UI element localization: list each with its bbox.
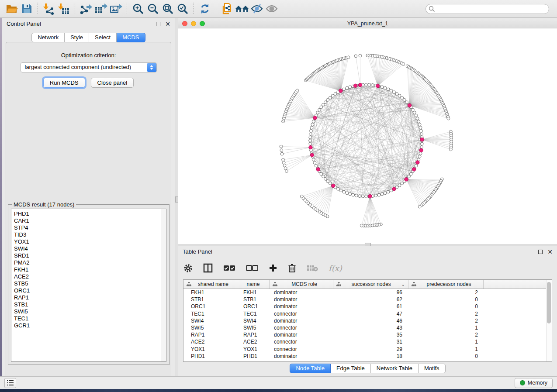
- mcds-hub-node[interactable]: [408, 103, 411, 107]
- network-node[interactable]: [339, 189, 343, 192]
- table-row[interactable]: SWI5SWI5connector431: [183, 324, 552, 331]
- zoom-selected-icon[interactable]: [175, 1, 190, 16]
- mcds-hub-node[interactable]: [412, 168, 416, 171]
- close-panel-icon[interactable]: ✕: [547, 250, 553, 254]
- network-node[interactable]: [384, 86, 387, 89]
- criterion-dropdown[interactable]: largest connected component (undirected): [21, 62, 157, 72]
- zoom-in-icon[interactable]: [131, 1, 145, 16]
- result-node[interactable]: ACE2: [14, 273, 166, 280]
- network-node[interactable]: [384, 192, 387, 195]
- network-node[interactable]: [409, 172, 412, 175]
- network-node[interactable]: [390, 89, 393, 92]
- zoom-out-icon[interactable]: [145, 1, 160, 16]
- mcds-hub-node[interactable]: [332, 184, 335, 187]
- network-node[interactable]: [322, 103, 325, 106]
- network-node[interactable]: [334, 93, 337, 96]
- network-node[interactable]: [387, 88, 390, 91]
- tab-motifs[interactable]: Motifs: [419, 364, 446, 373]
- result-node[interactable]: SRD1: [14, 252, 166, 259]
- tab-network[interactable]: Network: [31, 33, 65, 42]
- network-node[interactable]: [401, 182, 404, 185]
- network-node[interactable]: [354, 55, 357, 58]
- network-node[interactable]: [296, 89, 299, 92]
- result-node[interactable]: FKH1: [14, 266, 166, 273]
- table-row[interactable]: TEC1TEC1connector472: [183, 310, 552, 317]
- network-node[interactable]: [419, 126, 422, 129]
- table-row[interactable]: STB1STB1dominator620: [183, 296, 552, 303]
- zoom-fit-icon[interactable]: [160, 1, 175, 16]
- network-node[interactable]: [310, 126, 313, 129]
- show-all-icon[interactable]: [264, 1, 279, 16]
- network-node[interactable]: [416, 117, 419, 120]
- network-node[interactable]: [309, 136, 312, 139]
- float-panel-icon[interactable]: [538, 250, 543, 254]
- tab-network-table[interactable]: Network Table: [371, 364, 419, 373]
- network-node[interactable]: [415, 164, 418, 167]
- table-row[interactable]: RAP1RAP1dominator352: [183, 331, 552, 338]
- network-node[interactable]: [447, 117, 450, 120]
- result-node[interactable]: TID3: [14, 231, 166, 238]
- network-node[interactable]: [393, 91, 396, 94]
- network-node[interactable]: [365, 83, 368, 86]
- mcds-hub-node[interactable]: [420, 138, 424, 141]
- network-node[interactable]: [420, 133, 423, 136]
- hide-selected-icon[interactable]: [249, 1, 264, 16]
- network-node[interactable]: [346, 192, 349, 195]
- result-node[interactable]: PHD1: [14, 210, 166, 217]
- network-node[interactable]: [300, 195, 303, 198]
- network-node[interactable]: [418, 205, 421, 208]
- network-node[interactable]: [450, 148, 453, 151]
- network-node[interactable]: [387, 190, 390, 193]
- column-header-MCDS-role[interactable]: MCDS role: [270, 280, 333, 289]
- deselect-all-icon[interactable]: [246, 265, 258, 271]
- table-row[interactable]: ACE2ACE2connector311: [183, 338, 552, 345]
- network-node[interactable]: [337, 187, 340, 190]
- add-column-icon[interactable]: [269, 264, 277, 272]
- network-node[interactable]: [420, 145, 423, 148]
- network-node[interactable]: [343, 88, 346, 91]
- close-panel-icon[interactable]: ✕: [165, 22, 170, 26]
- network-node[interactable]: [329, 96, 332, 100]
- result-node[interactable]: SWI4: [14, 245, 166, 252]
- network-node[interactable]: [347, 56, 350, 59]
- mcds-hub-node[interactable]: [419, 148, 423, 152]
- network-node[interactable]: [419, 152, 422, 155]
- network-canvas[interactable]: [178, 28, 557, 244]
- network-node[interactable]: [326, 98, 329, 101]
- tab-style[interactable]: Style: [65, 33, 89, 42]
- float-panel-icon[interactable]: [156, 22, 160, 26]
- network-node[interactable]: [361, 195, 364, 198]
- clone-network-icon[interactable]: [220, 1, 235, 16]
- network-node[interactable]: [349, 86, 352, 89]
- network-graph[interactable]: [178, 28, 557, 244]
- network-node[interactable]: [324, 101, 327, 104]
- network-node[interactable]: [311, 123, 314, 126]
- network-node[interactable]: [324, 177, 327, 180]
- network-node[interactable]: [316, 111, 319, 114]
- network-node[interactable]: [312, 158, 315, 161]
- mcds-hub-node[interactable]: [309, 145, 312, 149]
- result-node[interactable]: SWI5: [14, 308, 166, 315]
- result-node[interactable]: STB5: [14, 280, 166, 287]
- result-node[interactable]: STB1: [14, 301, 166, 308]
- network-node[interactable]: [352, 193, 355, 196]
- network-node[interactable]: [313, 161, 316, 164]
- network-node[interactable]: [360, 224, 363, 227]
- network-node[interactable]: [374, 194, 377, 197]
- result-node[interactable]: PMA2: [14, 259, 166, 266]
- mcds-hub-node[interactable]: [416, 161, 419, 164]
- mcds-hub-node[interactable]: [339, 89, 343, 93]
- mcds-hub-node[interactable]: [353, 84, 357, 87]
- network-node[interactable]: [285, 169, 288, 172]
- network-node[interactable]: [395, 93, 398, 96]
- network-node[interactable]: [331, 94, 334, 97]
- network-node[interactable]: [413, 111, 416, 114]
- mcds-hub-node[interactable]: [405, 178, 408, 181]
- import-table-icon[interactable]: [56, 1, 71, 16]
- network-node[interactable]: [417, 120, 420, 123]
- mcds-hub-node[interactable]: [376, 84, 379, 88]
- table-settings-icon[interactable]: [183, 264, 193, 273]
- result-node[interactable]: RAP1: [14, 294, 166, 301]
- open-session-icon[interactable]: [4, 1, 19, 16]
- export-table-icon[interactable]: [93, 1, 108, 16]
